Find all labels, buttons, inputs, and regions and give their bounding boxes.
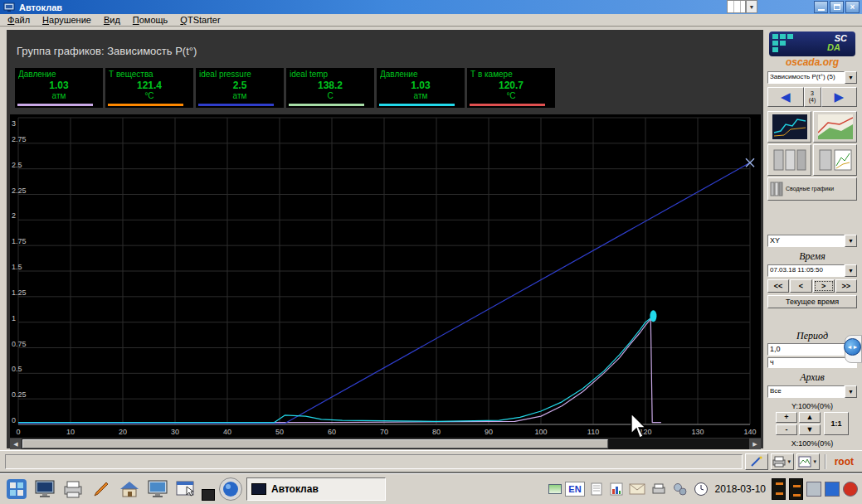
keyboard-flag-icon[interactable] [548,484,562,494]
taskbar-task-autoclave[interactable]: Автоклав [246,477,386,501]
keyboard-layout-indicator[interactable]: EN [565,482,584,497]
scroll-left-button[interactable]: ◀ [10,439,22,449]
home-icon[interactable] [117,477,142,502]
legend-item[interactable]: Давление 1.03 атм [15,68,103,108]
period-value-field[interactable]: 1,0 [767,343,845,356]
menu-violation[interactable]: Нарушение [42,15,91,25]
menu-file[interactable]: Файл [7,15,30,25]
app-launcher-icon[interactable] [4,477,29,502]
svg-text:1.25: 1.25 [12,288,27,297]
window-body: Группа графиков: Зависимость P(t°) Давле… [0,27,862,450]
desktop-pager[interactable]: ▼ [727,0,757,13]
chevron-down-icon[interactable]: ▼ [845,264,857,277]
step-back-fast-button[interactable]: << [767,279,789,293]
monitor-icon[interactable] [145,477,170,502]
svg-text:90: 90 [485,428,493,436]
date-display[interactable]: 2018-03-10 [715,483,766,495]
scrollbar-thumb[interactable] [22,439,608,448]
chevron-down-icon[interactable]: ▼ [845,235,857,247]
maximize-button[interactable] [830,1,844,13]
print-button[interactable]: ▼ [771,453,794,470]
pager-dropdown[interactable]: ▼ [746,0,757,13]
file-manager-icon[interactable] [173,477,198,502]
svg-text:40: 40 [223,428,231,436]
mode-select[interactable]: XY ▼ [767,235,857,247]
svg-text:1.5: 1.5 [12,263,22,271]
qt-launcher-icon[interactable] [218,477,243,502]
zoom-in-button[interactable]: + [776,412,797,423]
menu-view[interactable]: Вид [104,15,120,25]
zoom-out-button[interactable]: - [776,424,797,435]
step-back-button[interactable]: < [790,279,811,293]
legend-item[interactable]: ideal pressure 2.5 атм [196,68,284,108]
reset-scale-button[interactable]: 1:1 [824,412,849,435]
trend-group-select[interactable]: Зависимость P(t°) (5) ▼ [767,71,857,84]
qtstarter-tray-icon[interactable]: ◄► [844,338,861,356]
notes-tray-icon[interactable] [588,481,605,497]
chart-tray-icon[interactable] [608,481,625,497]
menu-help[interactable]: Помощь [133,15,168,25]
mouse-cursor [629,413,650,441]
svg-text:100: 100 [534,428,547,436]
minimize-icon [818,9,825,11]
pan-up-button[interactable]: ▲ [799,412,821,423]
trend-plot[interactable]: 00.250.50.7511.251.51.7522.252.52.753010… [10,114,761,438]
chart-view-button[interactable] [813,111,857,143]
panel-view-button[interactable] [767,144,811,176]
period-unit-field[interactable]: ч [767,357,857,368]
legend-item[interactable]: Давление 1.03 атм [377,68,465,108]
control-sidebar: SC DA oscada.org Зависимость P(t°) (5) ▼… [765,30,860,448]
svg-text:20: 20 [119,428,127,436]
series-color-bar [379,104,455,106]
chart-color-icon [818,114,853,139]
step-forward-button[interactable]: > [813,279,835,293]
series-color-bar [198,104,274,106]
printer-tray-icon[interactable] [650,481,668,497]
series-color-bar [17,104,93,106]
trend-dark-icon [772,114,807,139]
zoom-controls: + ▲ - ▼ 1:1 [767,412,857,435]
tray-icon-red[interactable] [843,482,858,497]
summary-charts-button[interactable]: Сводные графики [767,177,857,201]
chevron-down-icon[interactable]: ▼ [845,71,857,84]
prev-page-button[interactable]: ◀ [767,87,804,107]
minimize-button[interactable] [814,1,828,13]
pan-down-button[interactable]: ▼ [799,424,821,435]
svg-text:110: 110 [587,428,599,436]
desktop: Автоклав ▼ × Файл Нарушение Вид Помощь Q… [0,0,862,504]
step-forward-fast-button[interactable]: >> [835,279,857,293]
svg-text:1.75: 1.75 [12,237,27,245]
tray-icon-blue[interactable] [825,482,840,497]
legend-item[interactable]: Т вещества 121.4 °C [105,68,193,108]
digital-clock[interactable] [789,478,803,500]
legend-item[interactable]: ideal temp 138.2 C [286,68,374,108]
system-tray: EN 2018-03-10 [548,478,858,500]
pager-grid-icon[interactable] [727,0,746,13]
style-button[interactable] [745,453,768,470]
gears-tray-icon[interactable] [671,481,689,497]
svg-text:2: 2 [12,211,16,220]
svg-text:30: 30 [171,428,179,436]
pen-icon[interactable] [89,477,114,502]
chevron-down-icon[interactable]: ▼ [845,385,857,398]
mail-tray-icon[interactable] [628,481,646,497]
tray-icon-gray[interactable] [806,482,821,497]
menu-qtstarter[interactable]: QTStarter [180,15,220,25]
printer-icon[interactable] [61,477,85,502]
trend-view-button[interactable] [767,111,811,143]
mini-chart-view-button[interactable] [813,144,857,176]
mini-terminal-icon[interactable] [202,489,215,501]
legend-item[interactable]: Т в камере 120.7 °C [467,68,555,108]
time-select[interactable]: 07.03.18 11:05:50 ▼ [767,264,857,277]
current-user-label: root [835,456,854,468]
scroll-right-button[interactable]: ▶ [749,439,761,449]
next-page-button[interactable]: ▶ [821,87,858,107]
svg-text:0: 0 [12,416,16,424]
export-button[interactable]: ▼ [796,453,820,470]
display-icon[interactable] [32,477,57,502]
digital-clock[interactable] [772,478,786,500]
archive-select[interactable]: Все ▼ [767,385,857,398]
current-time-button[interactable]: Текущее время [767,295,857,308]
close-button[interactable]: × [845,1,860,13]
clock-tray-icon[interactable] [693,481,709,497]
